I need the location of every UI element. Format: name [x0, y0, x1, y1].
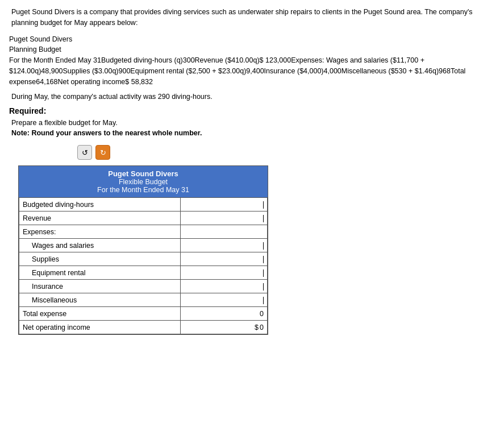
undo-button[interactable]: ↺	[77, 145, 92, 160]
budget-row-value-8: 0	[181, 307, 268, 321]
required-label: Required:	[9, 106, 495, 115]
budget-row-label-6: Insurance	[19, 280, 181, 293]
planning-company: Puget Sound Divers	[9, 34, 495, 45]
budget-header: Puget Sound Divers Flexible Budget For t…	[19, 166, 268, 197]
intro-content: Puget Sound Divers is a company that pro…	[11, 8, 473, 27]
budget-row-value-5[interactable]	[181, 266, 268, 280]
budget-row-label-0: Budgeted diving-hours	[19, 198, 181, 212]
budget-row-value-1[interactable]	[181, 212, 268, 225]
budget-row-value-9: $0	[181, 321, 268, 334]
flexible-budget-container: Puget Sound Divers Flexible Budget For t…	[18, 165, 268, 335]
activity-content: During May, the company's actual activit…	[11, 93, 213, 101]
intro-text: Puget Sound Divers is a company that pro…	[9, 7, 495, 28]
budget-row-value-6[interactable]	[181, 280, 268, 293]
planning-period: For the Month Ended May 31	[9, 56, 101, 64]
budget-row-label-1: Revenue	[19, 212, 181, 225]
note-text: Note: Round your answers to the nearest …	[9, 129, 495, 137]
planning-section: Puget Sound Divers Planning Budget For t…	[9, 34, 495, 88]
budget-row-label-4: Supplies	[19, 252, 181, 266]
toolbar: ↺ ↻	[9, 145, 495, 160]
budget-row-label-5: Equipment rental	[19, 266, 181, 280]
budget-row-value-0[interactable]	[181, 198, 268, 212]
budget-type-label: Flexible Budget	[21, 178, 265, 186]
budget-table: Budgeted diving-hoursRevenueExpenses:Wag…	[19, 197, 268, 334]
budget-row-value-4[interactable]	[181, 252, 268, 266]
redo-button[interactable]: ↻	[95, 145, 110, 160]
planning-budget-type: Planning Budget	[9, 44, 495, 55]
planning-details: For the Month Ended May 31Budgeted divin…	[9, 55, 495, 87]
prepare-text: Prepare a flexible budget for May.	[9, 119, 495, 127]
budget-period: For the Month Ended May 31	[21, 186, 265, 196]
budget-row-label-7: Miscellaneous	[19, 293, 181, 307]
budget-row-value-2	[181, 225, 268, 239]
activity-text: During May, the company's actual activit…	[9, 93, 495, 101]
budget-company: Puget Sound Divers	[21, 169, 265, 178]
budget-row-label-9: Net operating income	[19, 321, 181, 334]
budget-row-label-3: Wages and salaries	[19, 239, 181, 252]
budget-row-label-8: Total expense	[19, 307, 181, 321]
budget-row-value-3[interactable]	[181, 239, 268, 252]
budget-row-value-7[interactable]	[181, 293, 268, 307]
budget-row-label-2: Expenses:	[19, 225, 181, 239]
